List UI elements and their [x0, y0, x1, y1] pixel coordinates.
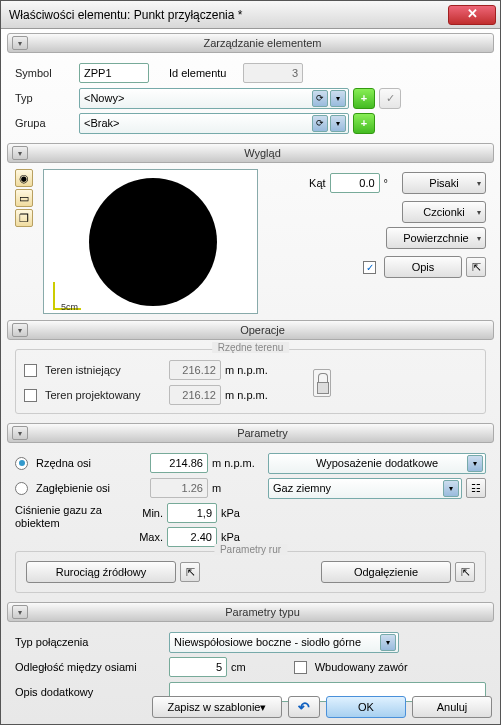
- equipment-value: Wyposażenie dodatkowe: [273, 457, 481, 469]
- axis-dist-unit: cm: [231, 661, 246, 673]
- surfaces-button[interactable]: Powierzchnie▾: [386, 227, 486, 249]
- lock-icon[interactable]: [313, 369, 331, 397]
- section-params-header[interactable]: ▾ Parametry: [7, 423, 494, 443]
- builtin-valve-label: Wbudowany zawór: [315, 661, 408, 673]
- copy-icon[interactable]: ❐: [15, 209, 33, 227]
- confirm-type-button[interactable]: ✓: [379, 88, 401, 109]
- collapse-icon[interactable]: ▾: [12, 605, 28, 619]
- axis-ordinate-radio[interactable]: [15, 457, 28, 470]
- builtin-valve-checkbox[interactable]: [294, 661, 307, 674]
- cancel-button[interactable]: Anuluj: [412, 696, 492, 718]
- gas-ext-icon[interactable]: ☷: [466, 478, 486, 498]
- preview-panel: 5cm: [43, 169, 258, 314]
- axis-depth-unit: m: [212, 482, 264, 494]
- terrain-unit2: m n.p.m.: [225, 389, 268, 401]
- conn-type-label: Typ połączenia: [15, 636, 165, 648]
- save-template-button[interactable]: Zapisz w szablonie ▾: [152, 696, 282, 718]
- undo-button[interactable]: ↶: [288, 696, 320, 718]
- refresh-icon[interactable]: ⟳: [312, 115, 328, 132]
- type-label: Typ: [15, 92, 75, 104]
- conn-type-value: Niewspółosiowe boczne - siodło górne: [174, 636, 361, 648]
- type-combo[interactable]: <Nowy> ⟳ ▾: [79, 88, 349, 109]
- dropdown-icon[interactable]: ▾: [380, 634, 396, 651]
- refresh-icon[interactable]: ⟳: [312, 90, 328, 107]
- designed-terrain-checkbox[interactable]: [24, 389, 37, 402]
- section-title-management: Zarządzanie elementem: [32, 37, 493, 49]
- existing-terrain-checkbox[interactable]: [24, 364, 37, 377]
- section-title-look: Wygląd: [32, 147, 493, 159]
- dropdown-icon[interactable]: ▾: [330, 115, 346, 132]
- max-label: Max.: [131, 531, 163, 543]
- symbol-input[interactable]: [79, 63, 149, 83]
- axis-dist-label: Odległość między osiami: [15, 661, 165, 673]
- dropdown-icon[interactable]: ▾: [443, 480, 459, 497]
- section-title-params: Parametry: [32, 427, 493, 439]
- group-combo[interactable]: <Brak> ⟳ ▾: [79, 113, 349, 134]
- id-label: Id elementu: [169, 67, 239, 79]
- min-label: Min.: [131, 507, 163, 519]
- type-value: <Nowy>: [84, 92, 124, 104]
- id-input: [243, 63, 303, 83]
- axis-depth-label: Zagłębienie osi: [36, 482, 146, 494]
- source-pipe-button[interactable]: Rurociąg źródłowy: [26, 561, 176, 583]
- section-title-ops: Operacje: [32, 324, 493, 336]
- folder-icon[interactable]: ▭: [15, 189, 33, 207]
- group-label: Grupa: [15, 117, 75, 129]
- axis-ordinate-label: Rzędna osi: [36, 457, 146, 469]
- gas-value: Gaz ziemny: [273, 482, 331, 494]
- axis-ordinate-unit: m n.p.m.: [212, 457, 264, 469]
- section-type-params-header[interactable]: ▾ Parametry typu: [7, 602, 494, 622]
- add-type-button[interactable]: +: [353, 88, 375, 109]
- angle-input[interactable]: [330, 173, 380, 193]
- symbol-label: Symbol: [15, 67, 75, 79]
- designed-terrain-value: [169, 385, 221, 405]
- axis-ordinate-input[interactable]: [150, 453, 208, 473]
- dropdown-icon[interactable]: ▾: [467, 455, 483, 472]
- pressure-unit: kPa: [221, 507, 240, 519]
- preview-shape: [89, 178, 217, 306]
- conn-type-combo[interactable]: Niewspółosiowe boczne - siodło górne ▾: [169, 632, 399, 653]
- pipes-legend: Parametry rur: [214, 544, 287, 555]
- desc-ext-icon[interactable]: ⇱: [466, 257, 486, 277]
- collapse-icon[interactable]: ▾: [12, 323, 28, 337]
- fonts-button[interactable]: Czcionki▾: [402, 201, 486, 223]
- collapse-icon[interactable]: ▾: [12, 146, 28, 160]
- titlebar: Właściwości elementu: Punkt przyłączenia…: [1, 1, 500, 29]
- axis-dist-input[interactable]: [169, 657, 227, 677]
- branch-ext-icon[interactable]: ⇱: [455, 562, 475, 582]
- add-group-button[interactable]: +: [353, 113, 375, 134]
- section-ops-header[interactable]: ▾ Operacje: [7, 320, 494, 340]
- section-title-type-params: Parametry typu: [32, 606, 493, 618]
- ok-button[interactable]: OK: [326, 696, 406, 718]
- axis-depth-input: [150, 478, 208, 498]
- gas-combo[interactable]: Gaz ziemny ▾: [268, 478, 462, 499]
- collapse-icon[interactable]: ▾: [12, 36, 28, 50]
- axis-depth-radio[interactable]: [15, 482, 28, 495]
- group-value: <Brak>: [84, 117, 119, 129]
- camera-icon[interactable]: ◉: [15, 169, 33, 187]
- window-title: Właściwości elementu: Punkt przyłączenia…: [5, 8, 448, 22]
- terrain-legend: Rzędne terenu: [212, 342, 290, 353]
- pressure-unit2: kPa: [221, 531, 240, 543]
- angle-label: Kąt: [309, 177, 326, 189]
- dropdown-icon[interactable]: ▾: [260, 701, 266, 714]
- section-management-header[interactable]: ▾ Zarządzanie elementem: [7, 33, 494, 53]
- desc-checkbox[interactable]: [363, 261, 376, 274]
- collapse-icon[interactable]: ▾: [12, 426, 28, 440]
- undo-icon: ↶: [298, 699, 310, 715]
- desc-button[interactable]: Opis: [384, 256, 462, 278]
- existing-terrain-label: Teren istniejący: [45, 364, 165, 376]
- designed-terrain-label: Teren projektowany: [45, 389, 165, 401]
- pressure-label: Ciśnienie gazu za obiektem: [15, 502, 127, 530]
- source-pipe-ext-icon[interactable]: ⇱: [180, 562, 200, 582]
- angle-unit: °: [384, 177, 388, 189]
- section-look-header[interactable]: ▾ Wygląd: [7, 143, 494, 163]
- dropdown-icon[interactable]: ▾: [330, 90, 346, 107]
- min-input[interactable]: [167, 503, 217, 523]
- pens-button[interactable]: Pisaki▾: [402, 172, 486, 194]
- branch-button[interactable]: Odgałęzienie: [321, 561, 451, 583]
- equipment-combo[interactable]: Wyposażenie dodatkowe ▾: [268, 453, 486, 474]
- close-button[interactable]: ✕: [448, 5, 496, 25]
- max-input[interactable]: [167, 527, 217, 547]
- terrain-unit: m n.p.m.: [225, 364, 268, 376]
